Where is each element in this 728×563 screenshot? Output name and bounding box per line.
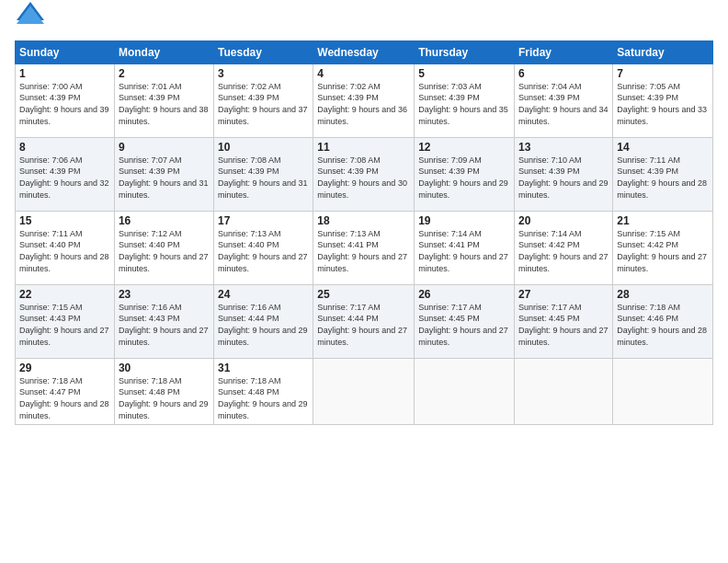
calendar-cell: 28 Sunrise: 7:18 AMSunset: 4:46 PMDaylig… [613,284,713,358]
calendar-cell: 25 Sunrise: 7:17 AMSunset: 4:44 PMDaylig… [313,284,415,358]
calendar-cell: 13 Sunrise: 7:10 AMSunset: 4:39 PMDaylig… [515,137,613,211]
day-number: 11 [317,141,410,154]
day-info: Sunrise: 7:08 AMSunset: 4:39 PMDaylight:… [218,155,308,200]
weekday-sunday: Sunday [16,40,115,63]
day-info: Sunrise: 7:18 AMSunset: 4:48 PMDaylight:… [119,376,209,420]
calendar-cell: 26 Sunrise: 7:17 AMSunset: 4:45 PMDaylig… [415,284,515,358]
day-number: 22 [19,288,110,301]
day-info: Sunrise: 7:18 AMSunset: 4:46 PMDaylight:… [617,303,707,347]
calendar-cell: 24 Sunrise: 7:16 AMSunset: 4:44 PMDaylig… [214,284,313,358]
day-info: Sunrise: 7:18 AMSunset: 4:47 PMDaylight:… [19,376,109,420]
day-info: Sunrise: 7:11 AMSunset: 4:39 PMDaylight:… [617,155,707,200]
calendar-cell: 22 Sunrise: 7:15 AMSunset: 4:43 PMDaylig… [16,284,115,358]
weekday-monday: Monday [114,40,213,63]
day-info: Sunrise: 7:07 AMSunset: 4:39 PMDaylight:… [119,155,209,200]
day-number: 30 [119,362,210,374]
calendar-table: SundayMondayTuesdayWednesdayThursdayFrid… [15,40,713,425]
day-number: 12 [418,141,510,154]
weekday-header-row: SundayMondayTuesdayWednesdayThursdayFrid… [16,40,713,63]
day-number: 23 [119,288,210,301]
day-info: Sunrise: 7:02 AMSunset: 4:39 PMDaylight:… [218,82,308,126]
calendar-cell: 7 Sunrise: 7:05 AMSunset: 4:39 PMDayligh… [613,63,713,137]
calendar-cell: 5 Sunrise: 7:03 AMSunset: 4:39 PMDayligh… [415,63,515,137]
day-info: Sunrise: 7:08 AMSunset: 4:39 PMDaylight:… [317,155,407,200]
day-number: 9 [119,141,210,154]
day-info: Sunrise: 7:16 AMSunset: 4:44 PMDaylight:… [218,303,308,347]
logo-icon [17,2,44,29]
day-number: 10 [218,141,309,154]
calendar-cell: 8 Sunrise: 7:06 AMSunset: 4:39 PMDayligh… [16,137,115,211]
day-info: Sunrise: 7:11 AMSunset: 4:40 PMDaylight:… [19,229,109,273]
day-info: Sunrise: 7:04 AMSunset: 4:39 PMDaylight:… [518,82,609,126]
calendar-cell: 23 Sunrise: 7:16 AMSunset: 4:43 PMDaylig… [114,284,213,358]
day-info: Sunrise: 7:17 AMSunset: 4:45 PMDaylight:… [418,303,508,347]
day-info: Sunrise: 7:15 AMSunset: 4:43 PMDaylight:… [19,303,109,347]
day-number: 4 [317,67,410,80]
day-number: 5 [418,67,510,80]
day-number: 29 [19,362,110,374]
day-info: Sunrise: 7:09 AMSunset: 4:39 PMDaylight:… [418,155,508,200]
weekday-tuesday: Tuesday [214,40,313,63]
day-info: Sunrise: 7:00 AMSunset: 4:39 PMDaylight:… [19,82,109,126]
day-number: 17 [218,214,309,227]
day-info: Sunrise: 7:15 AMSunset: 4:42 PMDaylight:… [617,229,707,273]
page: SundayMondayTuesdayWednesdayThursdayFrid… [0,0,728,432]
calendar-cell: 11 Sunrise: 7:08 AMSunset: 4:39 PMDaylig… [313,137,415,211]
calendar-cell: 10 Sunrise: 7:08 AMSunset: 4:39 PMDaylig… [214,137,313,211]
calendar-cell: 31 Sunrise: 7:18 AMSunset: 4:48 PMDaylig… [214,358,313,424]
day-number: 25 [317,288,410,301]
day-info: Sunrise: 7:12 AMSunset: 4:40 PMDaylight:… [119,229,209,273]
calendar-cell: 4 Sunrise: 7:02 AMSunset: 4:39 PMDayligh… [313,63,415,137]
day-number: 6 [518,67,609,80]
calendar-cell: 27 Sunrise: 7:17 AMSunset: 4:45 PMDaylig… [515,284,613,358]
calendar-cell: 29 Sunrise: 7:18 AMSunset: 4:47 PMDaylig… [16,358,115,424]
day-info: Sunrise: 7:18 AMSunset: 4:48 PMDaylight:… [218,376,308,420]
day-info: Sunrise: 7:03 AMSunset: 4:39 PMDaylight:… [418,82,508,126]
day-number: 7 [617,67,709,80]
day-number: 21 [617,214,709,227]
calendar-cell: 18 Sunrise: 7:13 AMSunset: 4:41 PMDaylig… [313,211,415,284]
day-number: 2 [119,67,210,80]
day-number: 31 [218,362,309,374]
day-number: 26 [418,288,510,301]
day-number: 24 [218,288,309,301]
day-info: Sunrise: 7:02 AMSunset: 4:39 PMDaylight:… [317,82,407,126]
calendar-cell [415,358,515,424]
logo [15,15,44,33]
day-number: 28 [617,288,709,301]
day-info: Sunrise: 7:16 AMSunset: 4:43 PMDaylight:… [119,303,209,347]
day-number: 13 [518,141,609,154]
calendar-cell: 21 Sunrise: 7:15 AMSunset: 4:42 PMDaylig… [613,211,713,284]
day-info: Sunrise: 7:17 AMSunset: 4:45 PMDaylight:… [518,303,609,347]
day-number: 19 [418,214,510,227]
calendar-cell: 30 Sunrise: 7:18 AMSunset: 4:48 PMDaylig… [114,358,213,424]
day-info: Sunrise: 7:14 AMSunset: 4:41 PMDaylight:… [418,229,508,273]
calendar-cell: 16 Sunrise: 7:12 AMSunset: 4:40 PMDaylig… [114,211,213,284]
calendar-cell: 9 Sunrise: 7:07 AMSunset: 4:39 PMDayligh… [114,137,213,211]
day-info: Sunrise: 7:06 AMSunset: 4:39 PMDaylight:… [19,155,109,200]
day-info: Sunrise: 7:13 AMSunset: 4:40 PMDaylight:… [218,229,308,273]
day-number: 20 [518,214,609,227]
day-info: Sunrise: 7:14 AMSunset: 4:42 PMDaylight:… [518,229,609,273]
day-number: 1 [19,67,110,80]
day-number: 18 [317,214,410,227]
day-number: 27 [518,288,609,301]
calendar-cell: 3 Sunrise: 7:02 AMSunset: 4:39 PMDayligh… [214,63,313,137]
day-number: 3 [218,67,309,80]
day-number: 8 [19,141,110,154]
calendar-cell: 6 Sunrise: 7:04 AMSunset: 4:39 PMDayligh… [515,63,613,137]
calendar-cell: 15 Sunrise: 7:11 AMSunset: 4:40 PMDaylig… [16,211,115,284]
day-info: Sunrise: 7:13 AMSunset: 4:41 PMDaylight:… [317,229,407,273]
day-number: 14 [617,141,709,154]
day-number: 16 [119,214,210,227]
calendar-cell [515,358,613,424]
weekday-friday: Friday [515,40,613,63]
calendar-cell: 12 Sunrise: 7:09 AMSunset: 4:39 PMDaylig… [415,137,515,211]
calendar-cell: 17 Sunrise: 7:13 AMSunset: 4:40 PMDaylig… [214,211,313,284]
calendar-cell [613,358,713,424]
calendar-cell: 19 Sunrise: 7:14 AMSunset: 4:41 PMDaylig… [415,211,515,284]
day-info: Sunrise: 7:05 AMSunset: 4:39 PMDaylight:… [617,82,707,126]
calendar-cell: 2 Sunrise: 7:01 AMSunset: 4:39 PMDayligh… [114,63,213,137]
day-info: Sunrise: 7:10 AMSunset: 4:39 PMDaylight:… [518,155,609,200]
weekday-saturday: Saturday [613,40,713,63]
